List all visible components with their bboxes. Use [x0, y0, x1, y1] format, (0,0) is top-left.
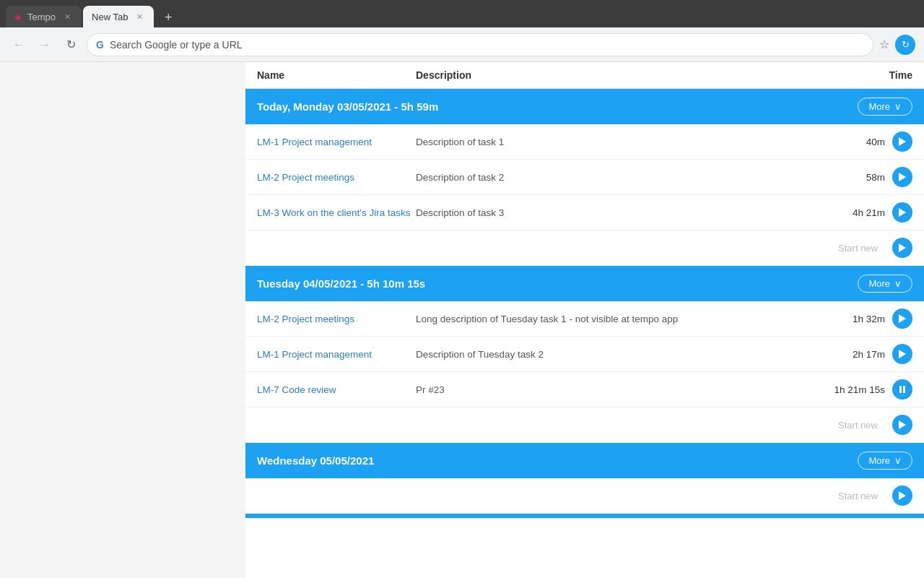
monday-more-label: More	[868, 101, 890, 112]
bottom-blue-bar	[245, 514, 924, 518]
task-time-cell: 58m	[804, 167, 912, 187]
start-new-cell: Start new	[804, 238, 912, 258]
task-name: LM-2 Project meetings	[257, 172, 416, 183]
pause-icon	[899, 385, 906, 394]
play-icon	[899, 173, 906, 181]
svg-marker-5	[899, 350, 906, 358]
start-new-cell: Start new	[804, 415, 912, 435]
play-button[interactable]	[892, 202, 912, 223]
table-header: Name Description Time	[245, 62, 924, 89]
back-button[interactable]: ←	[9, 35, 29, 55]
main-content: Name Description Time Today, Monday 03/0…	[0, 62, 924, 578]
start-new-label: Start new	[838, 491, 885, 501]
task-description: Description of Tuesday task 2	[416, 349, 804, 360]
svg-rect-6	[899, 386, 902, 393]
omnibox[interactable]: G Search Google or type a URL	[87, 33, 873, 56]
tempo-tab-icon: ◈	[14, 12, 22, 22]
play-button[interactable]	[892, 131, 912, 152]
col-header-name: Name	[257, 69, 416, 81]
start-new-label: Start new	[838, 243, 885, 254]
tab-tempo[interactable]: ◈ Tempo ✕	[6, 6, 82, 27]
play-icon	[899, 350, 906, 358]
monday-header-title: Today, Monday 03/05/2021 - 5h 59m	[257, 100, 438, 113]
task-description: Description of task 3	[416, 207, 804, 218]
wednesday-more-button[interactable]: More ∨	[858, 452, 912, 470]
play-icon	[899, 491, 906, 500]
wednesday-more-label: More	[868, 455, 890, 466]
svg-marker-1	[899, 173, 906, 181]
monday-more-chevron: ∨	[894, 101, 902, 112]
new-tab-button[interactable]: +	[158, 7, 178, 27]
play-button[interactable]	[892, 309, 912, 329]
tuesday-more-button[interactable]: More ∨	[858, 275, 912, 293]
task-time-cell: 2h 17m	[804, 344, 912, 364]
omnibox-text: Search Google or type a URL	[110, 39, 243, 51]
task-time-cell: 40m	[804, 131, 912, 152]
task-time-cell: 1h 32m	[804, 309, 912, 329]
sidebar	[0, 62, 245, 578]
new-tab-label: New Tab	[92, 12, 128, 22]
task-duration: 4h 21m	[853, 207, 885, 218]
play-icon	[899, 420, 906, 429]
new-tab-close[interactable]: ✕	[134, 11, 145, 22]
omnibox-bar: ← → ↻ G Search Google or type a URL ☆ ↻	[0, 27, 924, 62]
play-icon	[899, 137, 906, 146]
browser-tabs: ◈ Tempo ✕ New Tab ✕ +	[6, 0, 918, 27]
day-header-wednesday: Wednesday 05/05/2021 More ∨	[245, 443, 924, 478]
svg-marker-3	[899, 243, 906, 252]
browser-chrome: ◈ Tempo ✕ New Tab ✕ +	[0, 0, 924, 27]
day-header-tuesday: Tuesday 04/05/2021 - 5h 10m 15s More ∨	[245, 266, 924, 301]
task-duration: 58m	[866, 172, 885, 183]
svg-marker-0	[899, 137, 906, 146]
play-icon	[899, 243, 906, 252]
tempo-tab-label: Tempo	[27, 12, 56, 22]
google-icon: G	[96, 39, 104, 51]
task-description: Description of task 2	[416, 172, 804, 183]
table-row: LM-2 Project meetings Description of tas…	[245, 160, 924, 195]
task-duration: 40m	[866, 137, 885, 147]
tuesday-header-title: Tuesday 04/05/2021 - 5h 10m 15s	[257, 277, 425, 290]
table-row: LM-1 Project management Description of T…	[245, 337, 924, 372]
table-row: LM-7 Code review Pr #23 1h 21m 15s	[245, 372, 924, 407]
task-time-cell: 4h 21m	[804, 202, 912, 223]
forward-button[interactable]: →	[35, 35, 55, 55]
wednesday-header-title: Wednesday 05/05/2021	[257, 454, 374, 467]
svg-marker-9	[899, 491, 906, 500]
wednesday-more-chevron: ∨	[894, 455, 902, 466]
bookmark-star-icon[interactable]: ☆	[879, 38, 889, 51]
start-new-row-wednesday: Start new	[245, 478, 924, 514]
start-new-button-monday[interactable]	[892, 238, 912, 258]
start-new-label: Start new	[838, 420, 885, 431]
task-duration: 2h 17m	[853, 349, 885, 360]
task-name: LM-3 Work on the client's Jira tasks	[257, 207, 416, 218]
start-new-row-monday: Start new	[245, 230, 924, 266]
svg-marker-2	[899, 208, 906, 217]
pause-button[interactable]	[892, 379, 912, 400]
day-header-monday: Today, Monday 03/05/2021 - 5h 59m More ∨	[245, 89, 924, 124]
task-name: LM-2 Project meetings	[257, 314, 416, 324]
task-description: Description of task 1	[416, 137, 804, 147]
play-button[interactable]	[892, 344, 912, 364]
svg-marker-4	[899, 314, 906, 323]
task-description: Pr #23	[416, 384, 804, 395]
monday-more-button[interactable]: More ∨	[858, 98, 912, 116]
refresh-button[interactable]: ↻	[61, 35, 81, 55]
table-row: LM-2 Project meetings Long description o…	[245, 301, 924, 337]
sync-icon: ↻	[895, 35, 915, 55]
tab-new-tab[interactable]: New Tab ✕	[83, 6, 154, 27]
task-name: LM-1 Project management	[257, 349, 416, 360]
tuesday-more-chevron: ∨	[894, 278, 902, 289]
start-new-button-wednesday[interactable]	[892, 486, 912, 506]
task-duration: 1h 32m	[853, 314, 885, 324]
start-new-button-tuesday[interactable]	[892, 415, 912, 435]
svg-marker-8	[899, 420, 906, 429]
tempo-tab-close[interactable]: ✕	[61, 11, 73, 22]
tuesday-more-label: More	[868, 278, 890, 289]
table-area: Name Description Time Today, Monday 03/0…	[245, 62, 924, 578]
play-button[interactable]	[892, 167, 912, 187]
play-icon	[899, 314, 906, 323]
task-description: Long description of Tuesday task 1 - not…	[416, 314, 804, 324]
table-row: LM-1 Project management Description of t…	[245, 124, 924, 160]
task-duration: 1h 21m 15s	[834, 384, 885, 395]
col-header-time: Time	[804, 69, 912, 81]
